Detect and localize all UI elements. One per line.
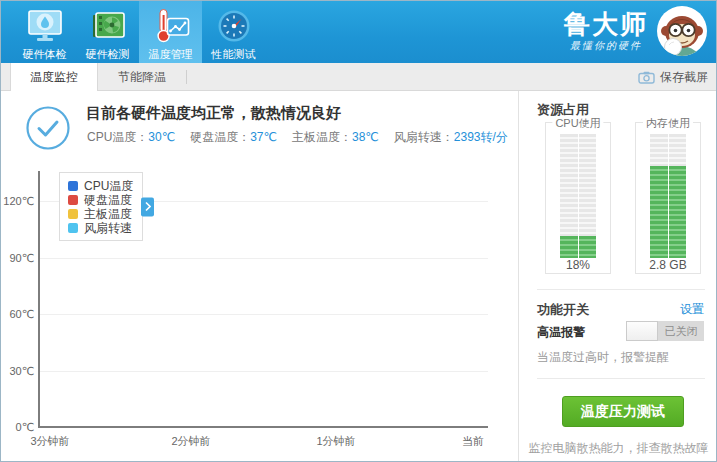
x-axis-line — [38, 426, 488, 428]
legend-swatch — [68, 181, 78, 191]
x-tick: 1分钟前 — [316, 434, 355, 449]
y-tick: 0℃ — [1, 421, 34, 434]
y-axis-line — [38, 171, 40, 428]
header: 硬件体检 硬件检测 — [1, 1, 717, 63]
brand: 鲁大师 最懂你的硬件 — [564, 5, 708, 57]
save-screenshot-button[interactable]: 保存截屏 — [638, 63, 708, 91]
toggle-handle — [626, 321, 658, 341]
camera-icon — [638, 71, 655, 84]
x-tick: 当前 — [462, 434, 484, 449]
status-ok-icon — [25, 105, 71, 155]
toolbar-label: 性能测试 — [212, 47, 256, 62]
status-metrics: CPU温度：30℃ 硬盘温度：37℃ 主板温度：38℃ 风扇转速：2393转/分 — [87, 129, 508, 146]
gpu-card-icon — [88, 6, 128, 46]
cpu-usage-fill — [560, 236, 596, 258]
x-tick: 2分钟前 — [171, 434, 210, 449]
gridline — [39, 314, 488, 315]
gridline — [39, 258, 488, 259]
save-screenshot-label: 保存截屏 — [660, 69, 708, 86]
y-tick: 60℃ — [1, 308, 34, 321]
legend-swatch — [68, 223, 78, 233]
toolbar-label: 温度管理 — [149, 47, 193, 62]
cpu-usage-value: 18% — [546, 258, 610, 272]
memory-usage-fill — [650, 166, 686, 258]
legend-swatch — [68, 195, 78, 205]
alarm-description: 当温度过高时，报警提醒 — [537, 349, 669, 366]
function-switch-title: 功能开关 — [537, 301, 589, 319]
toolbar-item-benchmark[interactable]: 性能测试 — [202, 1, 265, 63]
memory-usage-label: 内存使用 — [643, 116, 693, 131]
tab-bar: 温度监控 节能降温 保存截屏 — [1, 63, 717, 91]
y-tick: 120℃ — [1, 195, 34, 208]
toolbar-item-temperature[interactable]: 温度管理 — [139, 1, 202, 63]
toolbar-label: 硬件检测 — [86, 47, 130, 62]
memory-usage-value: 2.8 GB — [636, 258, 700, 272]
sidebar: 资源占用 CPU使用 18% 内存使用 2.8 GB 功能开关 设置 高温报警 … — [518, 91, 717, 462]
cpu-usage-bar — [560, 134, 596, 258]
sidebar-footer-text: 监控电脑散热能力，排查散热故障 — [519, 440, 717, 457]
x-tick: 3分钟前 — [30, 434, 69, 449]
memory-usage-gauge: 内存使用 2.8 GB — [635, 122, 701, 274]
temperature-chart: 120℃ 90℃ 60℃ 30℃ 0℃ 3分钟前 2分钟前 1分钟前 当前 CP… — [1, 161, 518, 461]
metric-fan-speed: 风扇转速：2393转/分 — [394, 129, 508, 146]
tab-temperature-monitor[interactable]: 温度监控 — [10, 63, 98, 92]
app-window: 硬件体检 硬件检测 — [0, 0, 717, 462]
gauge-icon — [214, 6, 254, 46]
y-tick: 90℃ — [1, 252, 34, 265]
gridline — [39, 371, 488, 372]
toolbar-label: 硬件体检 — [23, 47, 67, 62]
tab-energy-cooling[interactable]: 节能降温 — [98, 63, 186, 91]
settings-link[interactable]: 设置 — [680, 301, 704, 318]
monitor-drop-icon — [25, 6, 65, 46]
metric-cpu-temp: CPU温度：30℃ — [87, 129, 175, 146]
temperature-stress-test-button[interactable]: 温度压力测试 — [562, 396, 684, 427]
brand-text: 鲁大师 最懂你的硬件 — [564, 9, 648, 53]
memory-usage-bar — [650, 134, 686, 258]
tab-divider — [186, 70, 187, 84]
toolbar-item-hardware-checkup[interactable]: 硬件体检 — [13, 1, 76, 63]
brand-slogan: 最懂你的硬件 — [564, 39, 648, 53]
mascot-avatar — [656, 5, 708, 57]
legend-item-fan: 风扇转速 — [68, 221, 133, 235]
status-title: 目前各硬件温度均正常，散热情况良好 — [86, 104, 341, 123]
cpu-usage-gauge: CPU使用 18% — [545, 122, 611, 274]
chart-legend: CPU温度 硬盘温度 主板温度 风扇转速 — [59, 172, 143, 241]
legend-collapse-button[interactable] — [141, 197, 154, 216]
toggle-state-label: 已关闭 — [658, 321, 704, 341]
chevron-right-icon — [145, 202, 151, 212]
high-temp-alarm-label: 高温报警 — [537, 324, 585, 341]
metric-disk-temp: 硬盘温度：37℃ — [190, 129, 277, 146]
y-tick: 30℃ — [1, 365, 34, 378]
divider — [537, 378, 705, 379]
legend-swatch — [68, 209, 78, 219]
high-temp-alarm-toggle[interactable]: 已关闭 — [626, 321, 704, 341]
toolbar-item-hardware-detect[interactable]: 硬件检测 — [76, 1, 139, 63]
cpu-usage-label: CPU使用 — [552, 116, 603, 131]
main-panel: 目前各硬件温度均正常，散热情况良好 CPU温度：30℃ 硬盘温度：37℃ 主板温… — [1, 91, 518, 462]
main-toolbar: 硬件体检 硬件检测 — [1, 1, 265, 63]
thermometer-chart-icon — [151, 6, 191, 46]
brand-name: 鲁大师 — [564, 9, 648, 39]
metric-board-temp: 主板温度：38℃ — [292, 129, 379, 146]
legend-label: 风扇转速 — [84, 220, 132, 237]
divider — [537, 289, 705, 290]
